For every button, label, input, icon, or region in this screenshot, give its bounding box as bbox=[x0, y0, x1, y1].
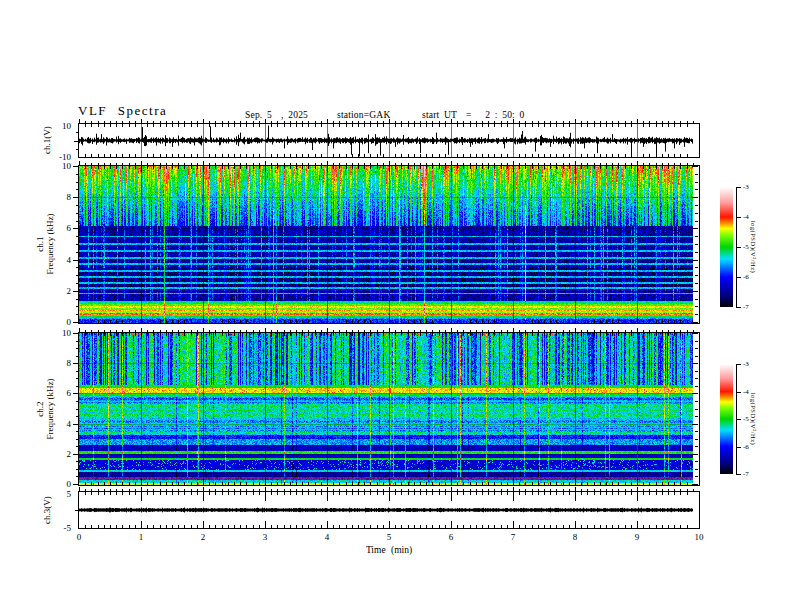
axis-tick bbox=[79, 119, 80, 123]
axis-tick bbox=[544, 121, 545, 123]
axis-tick bbox=[315, 121, 316, 123]
axis-tick bbox=[445, 330, 446, 332]
axis-tick bbox=[662, 330, 663, 332]
axis-tick bbox=[463, 330, 464, 332]
axis-tick bbox=[612, 489, 613, 491]
axis-tick bbox=[91, 121, 92, 123]
axis-tick bbox=[383, 330, 384, 332]
axis-tick bbox=[662, 489, 663, 491]
axis-tick bbox=[625, 489, 626, 491]
axis-tick bbox=[395, 489, 396, 491]
axis-tick bbox=[73, 322, 79, 323]
axis-tick bbox=[73, 197, 79, 198]
axis-tick bbox=[692, 424, 698, 425]
x-tick-label: 2 bbox=[201, 532, 206, 542]
axis-tick bbox=[401, 163, 402, 165]
axis-tick bbox=[116, 163, 117, 165]
axis-tick bbox=[197, 489, 198, 491]
axis-tick bbox=[246, 121, 247, 123]
axis-tick bbox=[692, 166, 698, 167]
axis-tick bbox=[197, 121, 198, 123]
axis-tick bbox=[290, 163, 291, 165]
axis-tick bbox=[259, 330, 260, 332]
axis-tick bbox=[470, 121, 471, 123]
axis-tick bbox=[550, 121, 551, 123]
axis-tick bbox=[76, 386, 79, 387]
axis-tick bbox=[215, 489, 216, 491]
axis-tick bbox=[649, 121, 650, 123]
axis-tick bbox=[327, 161, 328, 165]
axis-tick bbox=[556, 489, 557, 491]
axis-tick bbox=[284, 489, 285, 491]
axis-tick bbox=[296, 489, 297, 491]
axis-tick bbox=[519, 330, 520, 332]
axis-tick bbox=[695, 299, 698, 300]
axis-tick bbox=[649, 330, 650, 332]
axis-tick bbox=[426, 163, 427, 165]
axis-tick bbox=[637, 487, 638, 491]
axis-tick bbox=[160, 163, 161, 165]
colorbar-label-ch2: log(PSD)(V²/Hz) bbox=[750, 393, 757, 445]
panel-ch1-spectrogram bbox=[78, 165, 700, 324]
axis-tick bbox=[618, 163, 619, 165]
axis-tick bbox=[333, 489, 334, 491]
axis-tick bbox=[75, 510, 79, 511]
axis-tick bbox=[395, 121, 396, 123]
axis-tick bbox=[395, 163, 396, 165]
axis-tick bbox=[695, 446, 698, 447]
axis-tick bbox=[141, 161, 142, 165]
axis-tick bbox=[695, 461, 698, 462]
y-tick-label: -5 bbox=[64, 523, 72, 533]
axis-tick bbox=[692, 322, 698, 323]
axis-tick bbox=[308, 121, 309, 123]
axis-tick bbox=[358, 121, 359, 123]
axis-tick bbox=[290, 330, 291, 332]
axis-tick bbox=[692, 291, 698, 292]
axis-tick bbox=[470, 489, 471, 491]
colorbar-tick-label: -4 bbox=[743, 213, 749, 221]
axis-tick bbox=[215, 330, 216, 332]
axis-tick bbox=[76, 299, 79, 300]
axis-tick bbox=[674, 489, 675, 491]
axis-tick bbox=[240, 489, 241, 491]
axis-tick bbox=[501, 489, 502, 491]
axis-tick bbox=[695, 469, 698, 470]
colorbar-tick bbox=[736, 247, 741, 248]
axis-tick bbox=[420, 121, 421, 123]
y-tick-label: 4 bbox=[67, 255, 72, 265]
axis-tick bbox=[383, 489, 384, 491]
axis-tick bbox=[550, 163, 551, 165]
axis-tick bbox=[513, 161, 514, 165]
axis-tick bbox=[581, 489, 582, 491]
y-axis-label-ch1-frequency-line1: ch.1 bbox=[35, 213, 45, 274]
axis-tick bbox=[302, 121, 303, 123]
colorbar-tick bbox=[736, 474, 741, 475]
axis-tick bbox=[197, 330, 198, 332]
axis-tick bbox=[680, 121, 681, 123]
axis-tick bbox=[631, 163, 632, 165]
axis-tick bbox=[141, 487, 142, 491]
axis-tick bbox=[135, 121, 136, 123]
axis-tick bbox=[76, 236, 79, 237]
axis-tick bbox=[594, 163, 595, 165]
axis-tick bbox=[333, 330, 334, 332]
axis-tick bbox=[693, 330, 694, 332]
colorbar-ch2 bbox=[720, 364, 733, 474]
axis-tick bbox=[147, 330, 148, 332]
axis-tick bbox=[594, 489, 595, 491]
axis-tick bbox=[695, 348, 698, 349]
axis-tick bbox=[203, 161, 204, 165]
y-axis-label-ch2-frequency-line2: Frequency (kHz) bbox=[45, 378, 55, 439]
axis-tick bbox=[695, 476, 698, 477]
axis-tick bbox=[296, 121, 297, 123]
axis-tick bbox=[439, 489, 440, 491]
axis-tick bbox=[687, 489, 688, 491]
axis-tick bbox=[184, 163, 185, 165]
axis-tick bbox=[525, 163, 526, 165]
axis-tick bbox=[265, 487, 266, 491]
axis-tick bbox=[352, 489, 353, 491]
axis-tick bbox=[649, 489, 650, 491]
axis-tick bbox=[240, 121, 241, 123]
axis-tick bbox=[637, 119, 638, 123]
axis-tick bbox=[494, 121, 495, 123]
